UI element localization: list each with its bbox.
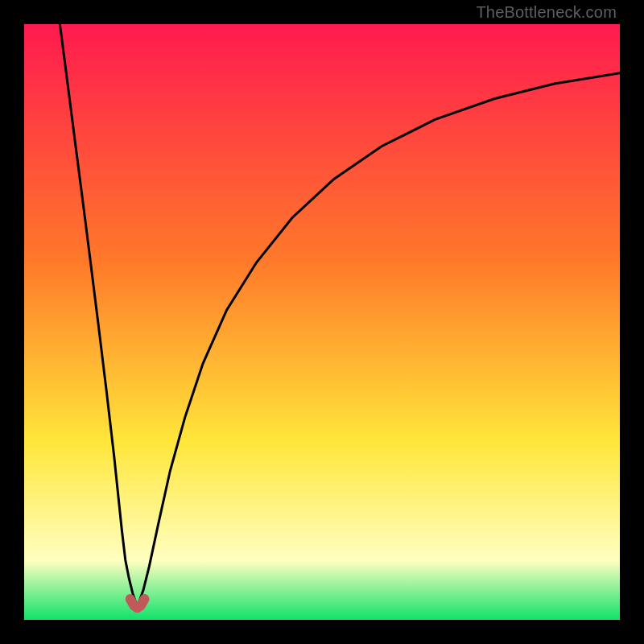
gradient-background	[24, 24, 620, 620]
outer-frame: TheBottleneck.com	[0, 0, 644, 644]
chart-svg	[24, 24, 620, 620]
watermark-text: TheBottleneck.com	[476, 3, 617, 22]
plot-area	[24, 24, 620, 620]
